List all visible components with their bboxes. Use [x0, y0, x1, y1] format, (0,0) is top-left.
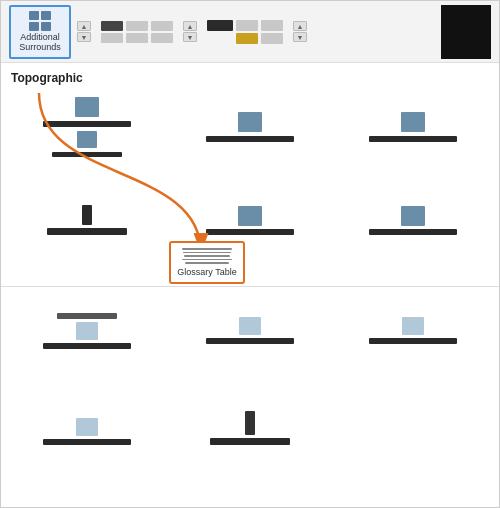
topographic-title: Topographic — [11, 71, 489, 85]
shape-bar-g — [206, 136, 294, 142]
icon-sq-2 — [41, 11, 51, 20]
shape-sq — [75, 97, 99, 117]
glossary-tooltip: Glossary Table — [169, 241, 245, 284]
icon-sq-3 — [29, 22, 39, 31]
tb-shape-4[interactable] — [101, 33, 123, 43]
glossary-lines — [177, 248, 237, 264]
shape-cell2-2-3[interactable] — [336, 373, 489, 445]
s2-vert-bar — [245, 411, 255, 435]
shape-bar-3 — [369, 136, 457, 142]
shape-group-2 — [203, 20, 287, 44]
section2-shapes-grid — [11, 295, 489, 445]
shape-cell2-1-3[interactable] — [336, 295, 489, 367]
shape-cell2-2-1[interactable] — [11, 373, 164, 445]
shape-sq-22 — [238, 206, 262, 226]
shape-cell2-1-2[interactable] — [174, 295, 327, 367]
tb-row-2 — [101, 33, 173, 43]
s2-sq-2 — [239, 317, 261, 335]
shape-bar-23 — [369, 229, 457, 235]
shape-bar-2 — [52, 152, 122, 157]
tb-shape-2[interactable] — [126, 21, 148, 31]
scroll-arrows-3: ▲ ▼ — [291, 21, 309, 42]
s2-stack-22 — [210, 411, 290, 445]
toolbar: Additional Surrounds ▲ ▼ ▲ ▼ — [1, 1, 499, 63]
surrounds-label: Surrounds — [19, 43, 61, 53]
section2 — [1, 287, 499, 509]
shape-cell-2-2[interactable] — [174, 167, 327, 235]
shape-sq-3 — [401, 112, 425, 132]
tb-shape-light-2[interactable] — [261, 20, 283, 31]
main-content: Topographic — [1, 63, 499, 508]
scroll-arrows: ▲ ▼ — [75, 21, 93, 42]
scroll-up-button-3[interactable]: ▲ — [293, 21, 307, 31]
tb-shape-gold[interactable] — [236, 33, 258, 44]
shape-cell-2-1[interactable] — [11, 167, 164, 235]
gline-1 — [182, 248, 232, 250]
tb-row-3 — [207, 20, 283, 31]
topographic-section: Topographic — [1, 63, 499, 287]
shape-sq-23 — [401, 206, 425, 226]
tb-shape-light-1[interactable] — [236, 20, 258, 31]
s2-bar-top — [57, 313, 117, 319]
toolbar-black-block — [441, 5, 491, 59]
glossary-label: Glossary Table — [177, 267, 237, 277]
gline-5 — [185, 262, 229, 264]
shape-cell-1-1[interactable] — [11, 93, 164, 161]
tb-shape-6[interactable] — [151, 33, 173, 43]
s2-sq-3 — [402, 317, 424, 335]
scroll-down-button-3[interactable]: ▼ — [293, 32, 307, 42]
shape-bar-22 — [206, 229, 294, 235]
s2-bar-3 — [369, 338, 457, 344]
tb-shape-5[interactable] — [126, 33, 148, 43]
shape-sq-2 — [77, 131, 97, 148]
shape-stack-2 — [206, 206, 294, 235]
tb-shape-1[interactable] — [101, 21, 123, 31]
gline-4 — [182, 259, 232, 261]
gline-2 — [183, 252, 231, 254]
shape-vert-bar — [82, 205, 92, 225]
s2-bar-21 — [43, 439, 131, 445]
shape-sq-g — [238, 112, 262, 132]
shape-stack-3 — [369, 206, 457, 235]
icon-grid — [29, 11, 51, 31]
tb-row-1 — [101, 21, 173, 31]
shape-bar — [43, 121, 131, 127]
additional-surrounds-button[interactable]: Additional Surrounds — [9, 5, 71, 59]
scroll-down-button-2[interactable]: ▼ — [183, 32, 197, 42]
shape-cell-1-3[interactable] — [336, 93, 489, 161]
scroll-up-button-2[interactable]: ▲ — [183, 21, 197, 31]
tb-shape-light-3[interactable] — [261, 33, 283, 44]
shape-horiz-bar — [47, 228, 127, 235]
icon-sq-4 — [41, 22, 51, 31]
shape-cell-1-2[interactable] — [174, 93, 327, 161]
tb-shape-3[interactable] — [151, 21, 173, 31]
scroll-arrows-2: ▲ ▼ — [181, 21, 199, 42]
tb-spacer — [207, 33, 233, 44]
s2-sq-21 — [76, 418, 98, 436]
icon-sq-1 — [29, 11, 39, 20]
shape-stack — [47, 205, 127, 235]
s2-bar-2 — [206, 338, 294, 344]
shape-cell-2-3[interactable] — [336, 167, 489, 235]
shape-cell2-2-2[interactable] — [174, 373, 327, 445]
s2-bar-bot — [43, 343, 131, 349]
tb-row-4 — [207, 33, 283, 44]
s2-horiz-bar — [210, 438, 290, 445]
gline-3 — [184, 255, 230, 257]
topographic-shapes-grid — [11, 93, 489, 235]
scroll-down-button[interactable]: ▼ — [77, 32, 91, 42]
s2-sq — [76, 322, 98, 340]
shape-group-1 — [97, 21, 177, 43]
tb-shape-dark-1[interactable] — [207, 20, 233, 31]
shape-cell2-1-1[interactable] — [11, 295, 164, 367]
scroll-up-button[interactable]: ▲ — [77, 21, 91, 31]
